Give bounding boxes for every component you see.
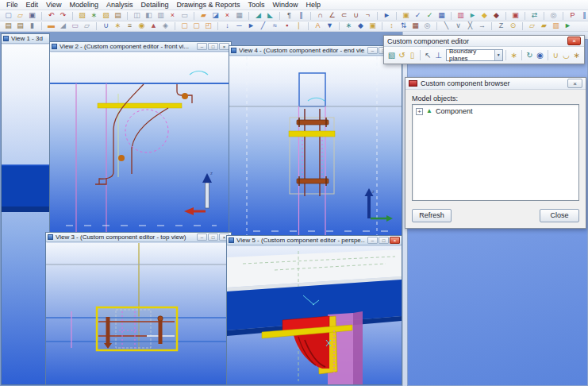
browser-close-button[interactable]: Close [540, 209, 579, 222]
grab-point-icon[interactable]: ∗ [509, 49, 519, 61]
bolt-point-icon[interactable]: ▪ [281, 21, 293, 31]
close-button[interactable]: × [567, 37, 581, 45]
add-bolt-icon[interactable]: ∪ [551, 49, 561, 61]
minimize-button[interactable]: – [197, 234, 207, 241]
view1-canvas[interactable] [2, 44, 49, 384]
create-drawing-icon[interactable]: ▤ [2, 21, 14, 31]
arrow-point-icon[interactable]: ► [245, 21, 257, 31]
browser-dialog-title-bar[interactable]: Custom component browser × [405, 78, 586, 90]
text-label-icon[interactable]: A [312, 21, 324, 31]
view4-title-bar[interactable]: View 4 - (Custom component editor - end … [229, 46, 402, 56]
sketch-edit-icon[interactable]: ↺ [397, 49, 407, 61]
close-icon[interactable]: × [567, 79, 582, 88]
measure-vertical-icon[interactable]: ↕ [386, 21, 398, 31]
report-icon[interactable]: ▣ [509, 11, 521, 21]
view-window-3[interactable]: View 3 - (Custom component editor - top … [45, 232, 232, 385]
angle-tool-icon[interactable]: ∠ [326, 11, 338, 21]
view5-canvas[interactable] [227, 246, 402, 384]
pause-icon[interactable]: ∥ [578, 11, 588, 21]
create-bolt-icon[interactable]: ∪ [100, 21, 112, 31]
close-button[interactable]: × [390, 237, 400, 244]
beam-profile-icon[interactable]: ▮ [26, 21, 38, 31]
create-stud-icon[interactable]: ◉ [136, 21, 148, 31]
menu-item[interactable]: Modeling [65, 1, 102, 9]
zoom-out-icon[interactable]: ◣ [264, 11, 276, 21]
axis-point-icon[interactable]: | [293, 21, 305, 31]
open-db-icon[interactable]: ▰ [538, 21, 550, 31]
view3-title-bar[interactable]: View 3 - (Custom component editor - top … [46, 233, 231, 242]
select-plane-icon[interactable]: ▧ [386, 49, 397, 61]
custom-component-browser-dialog[interactable]: Custom component browser × Model objects… [405, 77, 586, 229]
clash-check-icon[interactable]: ◆ [478, 11, 490, 21]
component-catalog-icon[interactable]: ▣ [400, 11, 412, 21]
phase-icon[interactable]: P [567, 11, 578, 21]
measure-angle-icon[interactable]: ▦ [409, 21, 421, 31]
view-window-5[interactable]: View 5 - (Custom component editor - pers… [226, 235, 402, 385]
tree-item[interactable]: + ▲ Component [413, 105, 578, 118]
corner-tool-icon[interactable]: ¬ [362, 11, 374, 21]
create-panel-icon[interactable]: ▱ [81, 21, 93, 31]
view-window-1[interactable]: View 1 - 3d [1, 33, 50, 385]
publish-icon[interactable]: ◆ [490, 11, 502, 21]
numbering-icon[interactable]: ∥ [295, 11, 307, 21]
minimize-button[interactable]: – [367, 47, 378, 54]
cut-icon[interactable]: × [167, 11, 179, 21]
expand-icon[interactable]: + [416, 108, 423, 115]
view3-canvas[interactable] [46, 243, 231, 384]
menu-item[interactable]: Analysis [102, 1, 137, 9]
menu-item[interactable]: Help [302, 1, 325, 9]
add-weld-icon[interactable]: ◡ [561, 49, 571, 61]
minimize-button[interactable]: – [197, 43, 207, 50]
chevron-down-icon[interactable]: ▼ [494, 50, 502, 60]
new-view-icon[interactable]: ▰ [198, 11, 209, 21]
create-slab-icon[interactable]: ▢ [179, 21, 190, 31]
connection-icon[interactable]: ◆ [355, 21, 367, 31]
maximize-button[interactable]: □ [208, 43, 218, 50]
rotate-plane-icon[interactable]: ↻ [525, 49, 535, 61]
create-weld-icon[interactable]: ∗ [112, 21, 124, 31]
view-window-2[interactable]: View 2 - (Custom component editor - fron… [49, 41, 232, 234]
menu-item[interactable]: Drawings & Reports [172, 1, 244, 9]
menu-item[interactable]: Edit [22, 1, 43, 9]
drawing-list-icon[interactable]: ▤ [14, 21, 26, 31]
line-point-icon[interactable]: ─ [233, 21, 245, 31]
new-model-icon[interactable]: ▢ [2, 11, 14, 21]
divide-point-icon[interactable]: ╱ [257, 21, 269, 31]
menu-item[interactable]: View [42, 1, 65, 9]
dim-line-icon[interactable]: ╲ [440, 21, 452, 31]
curve-tool-icon[interactable]: ⊂ [338, 11, 350, 21]
model-objects-tree[interactable]: + ▲ Component [412, 104, 579, 201]
view2-canvas[interactable]: z [50, 52, 231, 234]
view1-title-bar[interactable]: View 1 - 3d [2, 34, 49, 44]
polyline-tool-icon[interactable]: ∪ [350, 11, 362, 21]
view-list-icon[interactable]: ◪ [209, 11, 221, 21]
pan-icon[interactable]: ∗ [88, 11, 100, 21]
inquire-icon[interactable]: ▦ [436, 11, 448, 21]
local-axes-icon[interactable]: ⊥ [433, 49, 444, 61]
custom-component-editor-dialog[interactable]: Custom component editor × ▧ ↺ ▯ ↖ ⊥ Boun… [383, 35, 585, 64]
dim-angle-icon[interactable]: ∨ [452, 21, 464, 31]
editor-dialog-title-bar[interactable]: Custom component editor × [384, 36, 584, 47]
view5-title-bar[interactable]: View 5 - (Custom component editor - pers… [227, 236, 402, 245]
create-strip-icon[interactable]: ◰ [202, 21, 214, 31]
menu-item[interactable]: Window [269, 1, 302, 9]
menu-item[interactable]: File [2, 1, 22, 9]
add-part-icon[interactable]: ∗ [571, 49, 582, 61]
interrupt-icon[interactable]: ▨ [76, 11, 88, 21]
undo-icon[interactable]: ↶ [45, 11, 57, 21]
pointer-tool-icon[interactable]: ► [381, 11, 393, 21]
dim-cross-icon[interactable]: ╳ [464, 21, 476, 31]
add-fitting-icon[interactable]: ▯ [407, 49, 417, 61]
open-catalog-icon[interactable]: ▱ [526, 21, 538, 31]
create-column-icon[interactable]: ▬ [45, 21, 57, 31]
open-model-icon[interactable]: ▱ [14, 11, 26, 21]
macro-icon[interactable]: ✓ [412, 11, 424, 21]
arc-tool-icon[interactable]: ∩ [314, 11, 326, 21]
create-footing-icon[interactable]: ▢ [190, 21, 202, 31]
point-tool-icon[interactable]: ↓ [221, 21, 233, 31]
level-mark-icon[interactable]: ▼ [324, 21, 336, 31]
view4-canvas[interactable]: z [229, 56, 402, 238]
text-tool-icon[interactable]: ¶ [283, 11, 295, 21]
measure-bolt-icon[interactable]: ◎ [421, 21, 433, 31]
maximize-button[interactable]: □ [379, 237, 389, 244]
